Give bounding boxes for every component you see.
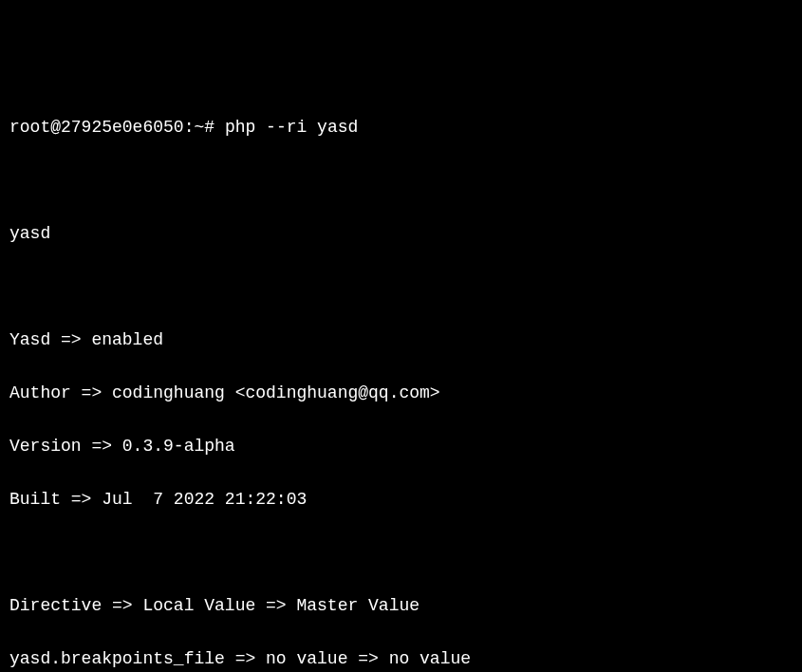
info-version: Version => 0.3.9-alpha	[9, 433, 793, 459]
info-built: Built => Jul 7 2022 21:22:03	[9, 486, 793, 513]
prompt-user-host: root@27925e0e6050	[9, 118, 184, 137]
info-author: Author => codinghuang <codinghuang@qq.co…	[9, 380, 793, 406]
prompt-path: ~	[194, 118, 204, 137]
info-yasd-status: Yasd => enabled	[9, 327, 793, 353]
blank-line	[9, 539, 793, 566]
output-header: yasd	[9, 220, 793, 247]
command-prompt-line[interactable]: root@27925e0e6050:~# php --ri yasd	[9, 114, 793, 140]
blank-line	[9, 167, 793, 194]
prompt-symbol: #	[204, 118, 214, 137]
blank-line	[9, 273, 793, 300]
directive-header: Directive => Local Value => Master Value	[9, 592, 793, 619]
command-text: php --ri yasd	[225, 118, 358, 137]
directive-row: yasd.breakpoints_file => no value => no …	[9, 645, 793, 672]
